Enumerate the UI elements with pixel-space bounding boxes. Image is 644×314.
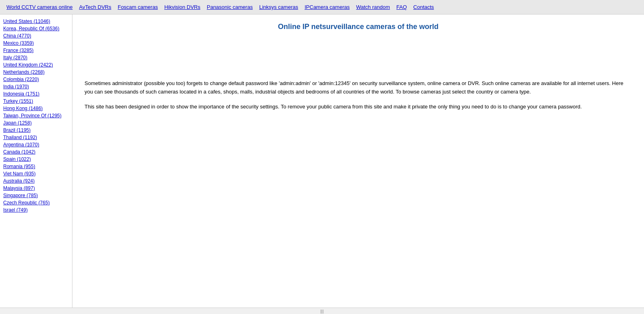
sidebar-item[interactable]: India (1970) (2, 83, 70, 90)
sidebar-item[interactable]: Viet Nam (935) (2, 170, 70, 177)
sidebar-item[interactable]: Israel (749) (2, 206, 70, 214)
sidebar-item[interactable]: Malaysia (897) (2, 185, 70, 192)
sidebar-item[interactable]: Colombia (2220) (2, 76, 70, 83)
sidebar-item[interactable]: Singapore (785) (2, 192, 70, 199)
nav-item-watch-random[interactable]: Watch random (354, 3, 392, 11)
sidebar-item[interactable]: Japan (1258) (2, 119, 70, 127)
sidebar-item[interactable]: Hong Kong (1486) (2, 105, 70, 112)
main-paragraph-1: Sometimes administrator (possible you to… (85, 79, 632, 96)
sidebar-item[interactable]: Italy (2870) (2, 54, 70, 61)
sidebar-item[interactable]: United Kingdom (2422) (2, 61, 70, 69)
nav-item-world-cctv[interactable]: World CCTV cameras online (4, 3, 75, 11)
scrollbar-indicator: ||| (320, 309, 324, 311)
sidebar: United States (11046)Korea, Republic Of … (0, 15, 72, 310)
nav-item-avtech[interactable]: AvTech DVRs (76, 3, 114, 11)
sidebar-item[interactable]: China (4770) (2, 32, 70, 40)
nav-item-panasonic[interactable]: Panasonic cameras (204, 3, 255, 11)
sidebar-item[interactable]: Spain (1022) (2, 156, 70, 163)
page-title: Online IP netsurveillance cameras of the… (85, 23, 632, 31)
sidebar-item[interactable]: Mexico (3359) (2, 40, 70, 47)
main-content: Online IP netsurveillance cameras of the… (72, 15, 644, 310)
sidebar-item[interactable]: Taiwan, Province Of (1295) (2, 112, 70, 119)
sidebar-item[interactable]: Australia (924) (2, 177, 70, 185)
nav-item-faq[interactable]: FAQ (394, 3, 409, 11)
sidebar-item[interactable]: France (3285) (2, 47, 70, 54)
main-paragraph-2: This site has been designed in order to … (85, 103, 632, 111)
sidebar-item[interactable]: Romania (955) (2, 163, 70, 170)
sidebar-item[interactable]: Brazil (1195) (2, 127, 70, 134)
sidebar-item[interactable]: Indonesia (1751) (2, 90, 70, 98)
navbar: World CCTV cameras onlineAvTech DVRsFosc… (0, 0, 644, 15)
nav-item-hikvision[interactable]: Hikvision DVRs (162, 3, 203, 11)
nav-item-foscam[interactable]: Foscam cameras (115, 3, 160, 11)
nav-item-ipcamera[interactable]: IPCamera cameras (302, 3, 352, 11)
layout: United States (11046)Korea, Republic Of … (0, 15, 644, 310)
sidebar-item[interactable]: Czech Republic (765) (2, 199, 70, 206)
sidebar-item[interactable]: Argentina (1070) (2, 141, 70, 148)
bottom-scrollbar[interactable]: ||| (0, 308, 644, 310)
sidebar-item[interactable]: Thailand (1192) (2, 134, 70, 141)
sidebar-item[interactable]: United States (11046) (2, 18, 70, 25)
sidebar-item[interactable]: Korea, Republic Of (6536) (2, 25, 70, 32)
sidebar-item[interactable]: Canada (1042) (2, 148, 70, 156)
sidebar-item[interactable]: Netherlands (2268) (2, 69, 70, 76)
sidebar-item[interactable]: Turkey (1551) (2, 98, 70, 105)
nav-item-contacts[interactable]: Contacts (411, 3, 436, 11)
nav-item-linksys[interactable]: Linksys cameras (257, 3, 301, 11)
